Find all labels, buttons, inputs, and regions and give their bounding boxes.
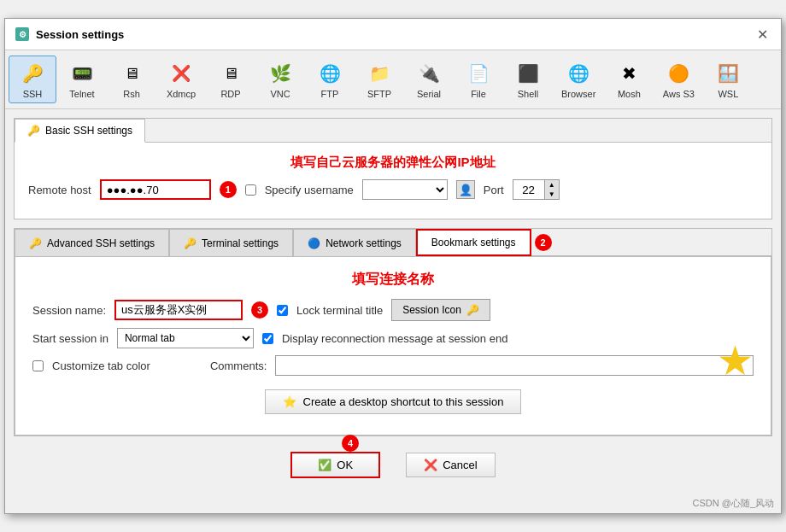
tab-network[interactable]: 🔵 Network settings bbox=[293, 229, 416, 256]
rsh-label: Rsh bbox=[123, 89, 140, 99]
toolbar-aws-s3[interactable]: 🟠 Aws S3 bbox=[654, 56, 702, 103]
create-shortcut-button[interactable]: ⭐ Create a desktop shortcut to this sess… bbox=[265, 389, 522, 414]
toolbar-rsh[interactable]: 🖥 Rsh bbox=[108, 56, 155, 103]
toolbar: 🔑 SSH 📟 Telnet 🖥 Rsh ❌ Xdmcp 🖥 RDP 🌿 VNC… bbox=[5, 50, 781, 109]
advanced-settings-box: 🔑 Advanced SSH settings 🔑 Terminal setti… bbox=[14, 228, 772, 436]
sftp-icon: 📁 bbox=[366, 60, 393, 87]
session-name-input[interactable] bbox=[114, 300, 243, 320]
dialog-icon: ⚙ bbox=[15, 27, 29, 41]
start-session-select[interactable]: Normal tab New window Maximized window bbox=[117, 328, 254, 348]
ssh-icon: 🔑 bbox=[19, 60, 46, 87]
badge-1: 1 bbox=[220, 181, 237, 198]
toolbar-xdmcp[interactable]: ❌ Xdmcp bbox=[157, 56, 205, 103]
toolbar-mosh[interactable]: ✖ Mosh bbox=[605, 56, 653, 103]
remote-host-label: Remote host bbox=[28, 184, 91, 196]
user-icon[interactable]: 👤 bbox=[456, 180, 475, 199]
comments-input[interactable] bbox=[275, 355, 754, 376]
xdmcp-label: Xdmcp bbox=[167, 89, 196, 99]
network-tab-label: Network settings bbox=[326, 237, 402, 249]
aws-s3-icon: 🟠 bbox=[665, 60, 692, 87]
port-label: Port bbox=[484, 184, 504, 196]
cancel-label: Cancel bbox=[443, 459, 477, 471]
basic-ssh-tab-label: Basic SSH settings bbox=[45, 125, 132, 137]
session-icon-button[interactable]: Session Icon 🔑 bbox=[391, 299, 490, 321]
browser-icon: 🌐 bbox=[565, 60, 592, 87]
toolbar-wsl[interactable]: 🪟 WSL bbox=[704, 56, 752, 103]
tab-terminal[interactable]: 🔑 Terminal settings bbox=[169, 229, 293, 256]
port-input[interactable] bbox=[513, 179, 545, 200]
toolbar-file[interactable]: 📄 File bbox=[455, 56, 502, 103]
badge-2: 2 bbox=[535, 234, 552, 251]
badge-3: 3 bbox=[251, 301, 268, 319]
dialog-title: Session settings bbox=[36, 28, 124, 41]
toolbar-ftp[interactable]: 🌐 FTP bbox=[306, 56, 354, 103]
session-name-row: Session name: 3 Lock terminal title Sess… bbox=[32, 299, 754, 321]
advanced-ssh-tab-label: Advanced SSH settings bbox=[47, 237, 155, 249]
star-decoration: ★ bbox=[717, 336, 754, 384]
toolbar-browser[interactable]: 🌐 Browser bbox=[554, 56, 603, 103]
ssh-label: SSH bbox=[23, 89, 43, 99]
toolbar-serial[interactable]: 🔌 Serial bbox=[405, 56, 453, 103]
vnc-label: VNC bbox=[270, 89, 290, 99]
create-shortcut-label: Create a desktop shortcut to this sessio… bbox=[303, 395, 504, 408]
basic-ssh-tab-icon: 🔑 bbox=[27, 125, 40, 137]
telnet-label: Telnet bbox=[69, 89, 94, 99]
shortcut-star-icon: ⭐ bbox=[283, 395, 296, 408]
watermark-text: CSDN @心随_风动 bbox=[692, 498, 774, 508]
session-name-label: Session name: bbox=[32, 304, 106, 317]
terminal-tab-label: Terminal settings bbox=[202, 237, 279, 249]
content-area: 🔑 Basic SSH settings 填写自己云服务器的弹性公网IP地址 R… bbox=[5, 109, 781, 494]
ok-button[interactable]: ✅ OK bbox=[290, 452, 380, 478]
advanced-tabs-row: 🔑 Advanced SSH settings 🔑 Terminal setti… bbox=[15, 229, 771, 256]
vnc-icon: 🌿 bbox=[267, 60, 294, 87]
wsl-icon: 🪟 bbox=[714, 60, 742, 87]
display-reconnection-checkbox[interactable] bbox=[262, 333, 273, 344]
advanced-ssh-tab-icon: 🔑 bbox=[29, 237, 42, 249]
annotation-ip: 填写自己云服务器的弹性公网IP地址 bbox=[28, 155, 758, 171]
cancel-button[interactable]: ❌ Cancel bbox=[406, 453, 495, 477]
basic-ssh-tab-header: 🔑 Basic SSH settings bbox=[15, 119, 771, 143]
customize-tab-color-checkbox[interactable] bbox=[32, 360, 44, 371]
terminal-tab-icon: 🔑 bbox=[184, 237, 196, 249]
create-shortcut-row: ⭐ Create a desktop shortcut to this sess… bbox=[32, 389, 754, 414]
session-icon-label: Session Icon bbox=[402, 304, 461, 316]
ftp-icon: 🌐 bbox=[316, 60, 343, 87]
ok-label: OK bbox=[337, 459, 353, 471]
display-reconnection-label: Display reconnection message at session … bbox=[282, 332, 507, 345]
remote-host-row: Remote host 1 Specify username 👤 Port ▲ bbox=[28, 179, 758, 200]
port-increment[interactable]: ▲ bbox=[545, 180, 559, 190]
network-tab-icon: 🔵 bbox=[308, 237, 320, 249]
toolbar-sftp[interactable]: 📁 SFTP bbox=[355, 56, 403, 103]
title-bar-left: ⚙ Session settings bbox=[15, 27, 124, 41]
cancel-icon: ❌ bbox=[424, 459, 437, 471]
serial-label: Serial bbox=[417, 89, 441, 99]
tab-advanced-ssh[interactable]: 🔑 Advanced SSH settings bbox=[15, 229, 169, 256]
lock-terminal-title-checkbox[interactable] bbox=[277, 305, 288, 316]
tab-basic-ssh[interactable]: 🔑 Basic SSH settings bbox=[15, 119, 145, 143]
browser-label: Browser bbox=[561, 89, 595, 99]
mosh-label: Mosh bbox=[618, 89, 641, 99]
basic-ssh-content: 填写自己云服务器的弹性公网IP地址 Remote host 1 Specify … bbox=[15, 143, 771, 219]
port-spinner-arrows: ▲ ▼ bbox=[545, 179, 560, 200]
port-decrement[interactable]: ▼ bbox=[545, 190, 559, 199]
button-row: 4 ✅ OK ❌ Cancel bbox=[14, 445, 772, 485]
rdp-icon: 🖥 bbox=[217, 60, 244, 87]
shell-label: Shell bbox=[518, 89, 538, 99]
tab-bookmark[interactable]: Bookmark settings bbox=[416, 229, 531, 256]
toolbar-rdp[interactable]: 🖥 RDP bbox=[207, 56, 255, 103]
toolbar-ssh[interactable]: 🔑 SSH bbox=[9, 56, 56, 103]
aws-s3-label: Aws S3 bbox=[663, 89, 695, 99]
port-spinner: ▲ ▼ bbox=[513, 179, 560, 200]
ok-icon: ✅ bbox=[318, 459, 331, 471]
bookmark-tab-label: Bookmark settings bbox=[431, 237, 516, 248]
remote-host-input[interactable] bbox=[100, 179, 211, 200]
close-button[interactable]: ✕ bbox=[754, 26, 771, 43]
specify-username-checkbox[interactable] bbox=[245, 184, 256, 196]
title-bar: ⚙ Session settings ✕ bbox=[5, 19, 781, 50]
toolbar-vnc[interactable]: 🌿 VNC bbox=[256, 56, 304, 103]
badge-4: 4 bbox=[342, 435, 359, 452]
toolbar-shell[interactable]: ⬛ Shell bbox=[504, 56, 552, 103]
username-select[interactable] bbox=[362, 179, 448, 200]
customize-tab-color-row: Customize tab color Comments: bbox=[32, 355, 754, 376]
toolbar-telnet[interactable]: 📟 Telnet bbox=[58, 56, 106, 103]
